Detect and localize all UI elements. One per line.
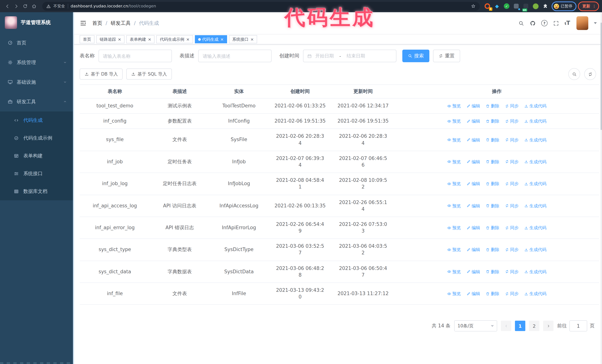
address-bar[interactable]: 不安全 dashboard.yudao.iocoder.cn/tool/code…	[42, 2, 480, 10]
preview-link[interactable]: 预览	[447, 269, 461, 275]
sync-link[interactable]: 同步	[505, 247, 519, 253]
prev-page-button[interactable]	[501, 321, 511, 331]
generate-code-link[interactable]: 生成代码	[524, 269, 547, 275]
edit-link[interactable]: 编辑	[466, 291, 480, 297]
page-size-select[interactable]: 10条/页	[454, 321, 497, 332]
sync-link[interactable]: 同步	[505, 159, 519, 165]
preview-link[interactable]: 预览	[447, 247, 461, 253]
sidebar-item-system-api[interactable]: 系统接口	[0, 165, 73, 183]
import-db-button[interactable]: 基于 DB 导入	[80, 69, 123, 80]
goto-page-input[interactable]	[570, 321, 587, 332]
edit-link[interactable]: 编辑	[466, 103, 480, 109]
table-name-input[interactable]	[98, 50, 172, 62]
browser-home-icon[interactable]	[30, 2, 38, 10]
sync-link[interactable]: 同步	[505, 181, 519, 187]
delete-link[interactable]: 删除	[486, 225, 499, 231]
generate-code-link[interactable]: 生成代码	[524, 118, 547, 124]
generate-code-link[interactable]: 生成代码	[524, 203, 547, 209]
extension-bot-icon[interactable]	[531, 2, 540, 10]
delete-link[interactable]: 删除	[486, 269, 499, 275]
edit-link[interactable]: 编辑	[466, 181, 480, 187]
browser-back-icon[interactable]	[3, 2, 11, 10]
search-icon[interactable]	[518, 20, 524, 26]
delete-link[interactable]: 删除	[486, 291, 499, 297]
preview-link[interactable]: 预览	[447, 159, 461, 165]
browser-profile-button[interactable]: 已暂停	[551, 1, 576, 11]
sidebar-item-db-doc[interactable]: 数据库文档	[0, 183, 73, 200]
fullscreen-icon[interactable]	[553, 20, 559, 26]
tab-codegen-example[interactable]: 代码生成示例×	[157, 35, 193, 43]
bookmark-star-icon[interactable]	[471, 4, 475, 9]
browser-forward-icon[interactable]	[12, 2, 20, 10]
sync-link[interactable]: 同步	[505, 203, 519, 209]
sidebar-item-infrastructure[interactable]: 基础设施	[0, 72, 73, 92]
generate-code-link[interactable]: 生成代码	[524, 291, 547, 297]
extensions-puzzle-icon[interactable]	[541, 2, 549, 10]
sidebar-item-dev-tools[interactable]: 研发工具	[0, 92, 73, 112]
next-page-button[interactable]	[543, 321, 553, 331]
edit-link[interactable]: 编辑	[466, 269, 480, 275]
generate-code-link[interactable]: 生成代码	[524, 181, 547, 187]
sync-link[interactable]: 同步	[505, 118, 519, 124]
delete-link[interactable]: 删除	[486, 103, 499, 109]
delete-link[interactable]: 删除	[486, 203, 499, 209]
sidebar-item-system-management[interactable]: 系统管理	[0, 52, 73, 72]
generate-code-link[interactable]: 生成代码	[524, 137, 547, 143]
close-tab-icon[interactable]: ×	[250, 37, 254, 41]
browser-reload-icon[interactable]	[21, 2, 29, 10]
table-desc-input[interactable]	[198, 50, 271, 62]
delete-link[interactable]: 删除	[486, 118, 499, 124]
tab-form-builder[interactable]: 表单构建×	[126, 35, 154, 43]
sidebar-item-codegen-example[interactable]: 代码生成示例	[0, 129, 73, 147]
tab-tracing[interactable]: 链路追踪×	[96, 35, 124, 43]
sync-link[interactable]: 同步	[505, 291, 519, 297]
preview-link[interactable]: 预览	[447, 103, 461, 109]
import-sql-button[interactable]: 基于 SQL 导入	[126, 69, 172, 80]
breadcrumb-dev-tools[interactable]: 研发工具	[102, 20, 130, 26]
page-scrollbar[interactable]	[601, 12, 602, 364]
help-icon[interactable]: ?	[541, 20, 548, 26]
extension-colorzilla-icon[interactable]: 1	[483, 2, 491, 10]
delete-link[interactable]: 删除	[486, 181, 499, 187]
app-logo[interactable]: 芋道管理系统	[0, 12, 73, 33]
toggle-search-button[interactable]	[568, 68, 580, 80]
preview-link[interactable]: 预览	[447, 137, 461, 143]
tab-codegen[interactable]: 代码生成×	[195, 35, 227, 43]
edit-link[interactable]: 编辑	[466, 225, 480, 231]
caret-down-icon[interactable]	[594, 22, 597, 26]
generate-code-link[interactable]: 生成代码	[524, 103, 547, 109]
sync-link[interactable]: 同步	[505, 103, 519, 109]
tab-home[interactable]: 首页	[80, 35, 95, 43]
delete-link[interactable]: 删除	[486, 137, 499, 143]
close-tab-icon[interactable]: ×	[118, 37, 121, 41]
create-time-range-picker[interactable]: 开始日期 - 结束日期	[303, 50, 396, 62]
preview-link[interactable]: 预览	[447, 225, 461, 231]
preview-link[interactable]: 预览	[447, 118, 461, 124]
extension-switch-icon[interactable]: on	[522, 2, 530, 10]
github-icon[interactable]	[530, 20, 536, 26]
page-button-2[interactable]: 2	[529, 321, 539, 331]
breadcrumb-home[interactable]: 首页	[92, 20, 102, 26]
preview-link[interactable]: 预览	[447, 181, 461, 187]
sync-link[interactable]: 同步	[505, 137, 519, 143]
page-button-1[interactable]: 1	[515, 321, 525, 331]
edit-link[interactable]: 编辑	[466, 203, 480, 209]
generate-code-link[interactable]: 生成代码	[524, 225, 547, 231]
edit-link[interactable]: 编辑	[466, 159, 480, 165]
delete-link[interactable]: 删除	[486, 159, 499, 165]
sidebar-collapse-icon[interactable]	[80, 20, 87, 27]
refresh-table-button[interactable]	[584, 68, 596, 80]
edit-link[interactable]: 编辑	[466, 118, 480, 124]
preview-link[interactable]: 预览	[447, 291, 461, 297]
tab-system-api[interactable]: 系统接口×	[229, 35, 257, 43]
close-tab-icon[interactable]: ×	[186, 37, 190, 41]
user-avatar[interactable]	[576, 16, 588, 30]
close-tab-icon[interactable]: ×	[220, 37, 224, 41]
edit-link[interactable]: 编辑	[466, 137, 480, 143]
sync-link[interactable]: 同步	[505, 225, 519, 231]
search-button[interactable]: 搜索	[402, 50, 429, 62]
extension-grid-icon[interactable]: ◆	[512, 2, 520, 10]
preview-link[interactable]: 预览	[447, 203, 461, 209]
reset-button[interactable]: 重置	[433, 50, 460, 62]
delete-link[interactable]: 删除	[486, 247, 499, 253]
